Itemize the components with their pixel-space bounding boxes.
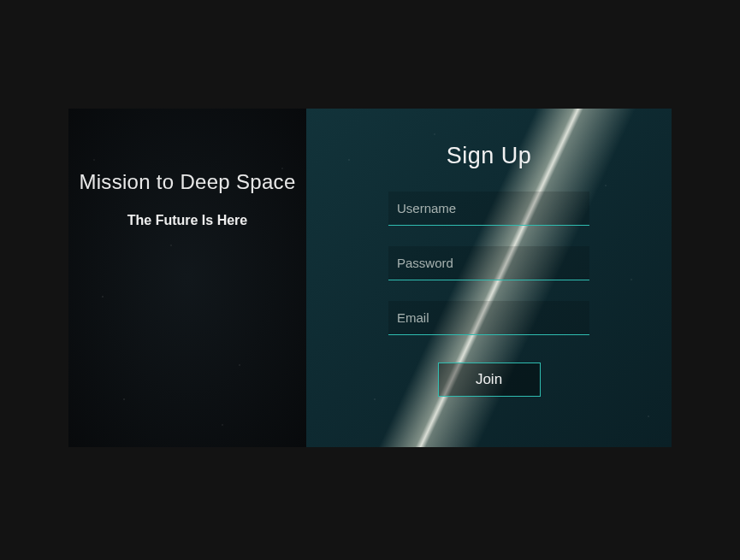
hero-panel: Mission to Deep Space The Future Is Here bbox=[68, 109, 306, 447]
signup-card: Mission to Deep Space The Future Is Here… bbox=[68, 109, 672, 447]
form-heading: Sign Up bbox=[447, 143, 532, 169]
join-button[interactable]: Join bbox=[438, 363, 541, 397]
username-input[interactable] bbox=[388, 192, 589, 226]
hero-title: Mission to Deep Space bbox=[68, 170, 306, 194]
email-input[interactable] bbox=[388, 301, 589, 335]
form-panel: Sign Up Join bbox=[306, 109, 672, 447]
password-input[interactable] bbox=[388, 246, 589, 280]
hero-subtitle: The Future Is Here bbox=[68, 213, 306, 228]
signup-form: Join bbox=[388, 192, 589, 397]
